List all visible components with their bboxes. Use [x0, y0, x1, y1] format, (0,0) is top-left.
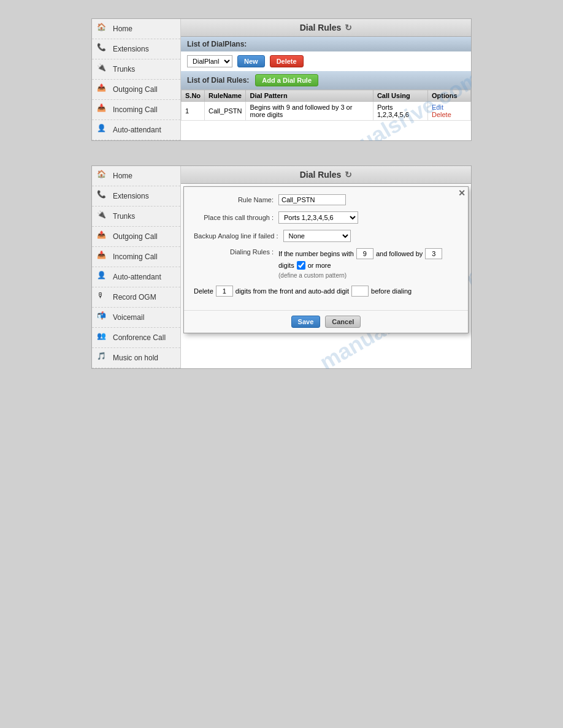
delete-text2: digits from the front and auto-add digit	[236, 287, 349, 295]
edit-link[interactable]: Edit	[432, 104, 443, 111]
sidebar2-item-incoming[interactable]: 📥 Incoming Call	[92, 247, 180, 267]
rule-name-label: Rule Name:	[194, 196, 274, 203]
sidebar2-item-home[interactable]: 🏠 Home	[92, 166, 180, 186]
music-icon: 🎵	[97, 352, 109, 364]
sidebar2-item-label: Incoming Call	[113, 252, 158, 261]
refresh-icon[interactable]: ↻	[345, 23, 352, 32]
dial-rules-header: List of Dial Rules: Add a Dial Rule	[181, 71, 471, 89]
dialplans-toolbar: DialPlanl New Delete	[181, 51, 471, 71]
title-text-2: Dial Rules	[300, 170, 342, 180]
trunks-icon-2: 🔌	[97, 210, 109, 222]
sidebar-item-label: Trunks	[113, 65, 135, 74]
dialplans-header: List of DialPlans:	[181, 37, 471, 51]
delete-digits-row: Delete digits from the front and auto-ad…	[194, 286, 458, 297]
record-icon: 🎙	[97, 291, 109, 303]
place-call-select[interactable]: Ports 1,2,3,4,5,6	[278, 211, 358, 224]
begins-with-input[interactable]	[356, 248, 373, 259]
digits-text: digits	[278, 262, 294, 269]
sidebar1: 🏠 Home 📞 Extensions 🔌 Trunks 📤 Outgoing …	[92, 19, 181, 140]
sidebar-item-auto-attendant[interactable]: 👤 Auto-attendant	[92, 120, 180, 140]
sidebar-item-outgoing[interactable]: 📤 Outgoing Call	[92, 80, 180, 100]
col-dialpattern: Dial Pattern	[246, 90, 373, 102]
table-row: 1 Call_PSTN Begins with 9 and followed b…	[182, 102, 471, 121]
rule-name-row: Rule Name:	[194, 194, 458, 205]
backup-label: Backup Analog line if failed :	[194, 232, 278, 240]
conference-icon: 👥	[97, 332, 109, 344]
custom-pattern-row: (define a custom pattern)	[278, 271, 442, 279]
dialplan-select[interactable]: DialPlanl	[187, 55, 232, 67]
dialog-footer: Save Cancel	[184, 310, 468, 333]
title-bar-1: Dial Rules ↻	[181, 19, 471, 37]
custom-pattern-link[interactable]: (define a custom pattern)	[278, 272, 347, 279]
cell-options: Edit Delete	[427, 102, 470, 121]
delete-digits-input[interactable]	[216, 286, 233, 297]
sidebar2-item-music[interactable]: 🎵 Music on hold	[92, 348, 180, 368]
dialing-rule-line1: If the number begins with and followed b…	[278, 248, 442, 259]
backup-row: Backup Analog line if failed : None	[194, 230, 458, 242]
cancel-button[interactable]: Cancel	[325, 316, 361, 328]
dialing-rules-row: Dialing Rules : If the number begins wit…	[194, 248, 458, 279]
sidebar2-item-voicemail[interactable]: 📬 Voicemail	[92, 308, 180, 328]
dialing-rules-content: If the number begins with and followed b…	[278, 248, 442, 279]
home-icon-2: 🏠	[97, 170, 109, 182]
followed-by-input[interactable]	[425, 248, 442, 259]
extensions-icon-2: 📞	[97, 190, 109, 202]
sidebar2-item-trunks[interactable]: 🔌 Trunks	[92, 207, 180, 227]
panel1: 🏠 Home 📞 Extensions 🔌 Trunks 📤 Outgoing …	[91, 18, 472, 141]
new-button[interactable]: New	[237, 55, 265, 67]
dialplans-label: List of DialPlans:	[187, 40, 247, 48]
sidebar-item-label: Extensions	[113, 45, 149, 53]
dialing-text2: and followed by	[376, 250, 423, 257]
sidebar-item-label: Incoming Call	[113, 105, 158, 114]
refresh-icon-2[interactable]: ↻	[345, 170, 352, 180]
delete-dialplan-button[interactable]: Delete	[270, 55, 304, 67]
col-options: Options	[427, 90, 470, 102]
main-content-2: Dial Rules ↻ ✕ Rule Name: Plac	[181, 166, 471, 368]
sidebar-item-label: Auto-attendant	[113, 126, 161, 134]
incoming-icon: 📥	[97, 104, 109, 116]
auto-attendant-icon: 👤	[97, 124, 109, 136]
auto-add-input[interactable]	[351, 286, 369, 297]
sidebar2-item-label: Auto-attendant	[113, 273, 161, 281]
col-sno: S.No	[182, 90, 205, 102]
main-content-1: Dial Rules ↻ List of DialPlans: DialPlan…	[181, 19, 471, 140]
sidebar2-item-record[interactable]: 🎙 Record OGM	[92, 287, 180, 308]
dial-rules-label: List of Dial Rules:	[187, 76, 249, 85]
sidebar2-item-extensions[interactable]: 📞 Extensions	[92, 186, 180, 207]
add-dial-rule-button[interactable]: Add a Dial Rule	[255, 74, 318, 86]
row-delete-link[interactable]: Delete	[432, 111, 451, 118]
home-icon: 🏠	[97, 23, 109, 35]
sidebar-item-trunks[interactable]: 🔌 Trunks	[92, 59, 180, 80]
title-text-1: Dial Rules	[300, 23, 342, 32]
sidebar-item-incoming[interactable]: 📥 Incoming Call	[92, 100, 180, 120]
digits-checkbox[interactable]	[297, 261, 305, 270]
dial-rules-table: S.No RuleName Dial Pattern Call Using Op…	[181, 89, 471, 121]
sidebar2-item-outgoing[interactable]: 📤 Outgoing Call	[92, 227, 180, 247]
dialing-rules-label: Dialing Rules :	[194, 248, 274, 256]
sidebar2: 🏠 Home 📞 Extensions 🔌 Trunks 📤 Outgoing …	[92, 166, 181, 368]
dialog-close-button[interactable]: ✕	[458, 188, 465, 198]
cell-rulename: Call_PSTN	[205, 102, 246, 121]
dialog-box: ✕ Rule Name: Place this call through : P…	[183, 186, 469, 333]
sidebar-item-extensions[interactable]: 📞 Extensions	[92, 39, 180, 59]
panel2: 🏠 Home 📞 Extensions 🔌 Trunks 📤 Outgoing …	[91, 165, 472, 369]
place-call-label: Place this call through :	[194, 214, 274, 221]
delete-text1: Delete	[194, 287, 213, 295]
rule-name-input[interactable]	[278, 194, 346, 205]
backup-select[interactable]: None	[283, 230, 351, 242]
save-button[interactable]: Save	[291, 316, 321, 328]
sidebar2-item-conference[interactable]: 👥 Conforence Call	[92, 328, 180, 348]
outgoing-icon-2: 📤	[97, 230, 109, 243]
outgoing-icon: 📤	[97, 83, 109, 96]
sidebar2-item-label: Music on hold	[113, 354, 158, 362]
col-callusing: Call Using	[373, 90, 427, 102]
incoming-icon-2: 📥	[97, 251, 109, 263]
sidebar2-item-label: Trunks	[113, 212, 135, 221]
sidebar2-item-auto[interactable]: 👤 Auto-attendant	[92, 267, 180, 287]
sidebar-item-home[interactable]: 🏠 Home	[92, 19, 180, 39]
cell-callusing: Ports 1,2,3,4,5,6	[373, 102, 427, 121]
dialing-rule-line2: digits or more	[278, 261, 442, 270]
extensions-icon: 📞	[97, 43, 109, 55]
cell-dialpattern: Begins with 9 and followed by 3 or more …	[246, 102, 373, 121]
sidebar2-item-label: Extensions	[113, 192, 149, 200]
